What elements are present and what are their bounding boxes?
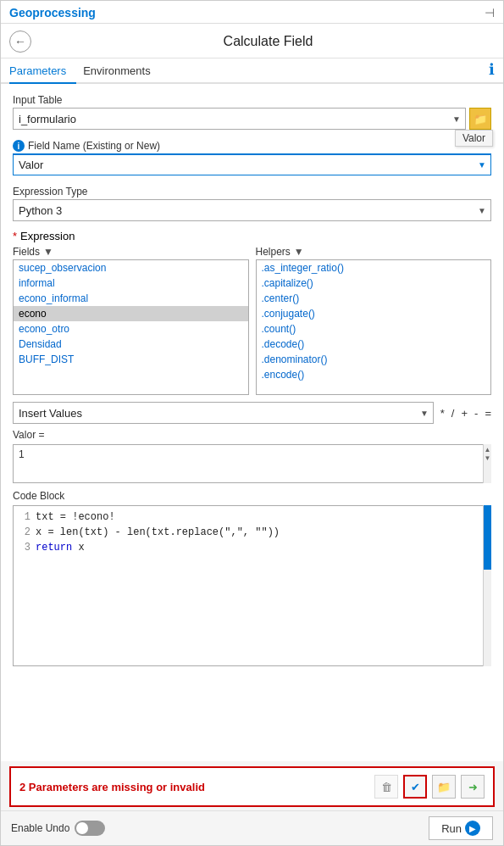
- code-scrollbar-thumb: [484, 505, 491, 570]
- multiply-op[interactable]: *: [440, 407, 445, 420]
- erase-icon: 🗑: [381, 781, 392, 793]
- folder-action-button[interactable]: 📁: [432, 775, 456, 799]
- code-content: x = len(txt) - len(txt.replace(",", "")): [36, 525, 280, 540]
- code-line-2: 2 x = len(txt) - len(txt.replace(",", ""…: [19, 525, 485, 540]
- input-table-label: Input Table: [13, 94, 491, 106]
- value-scroll: ▲ ▼: [483, 444, 491, 483]
- line-num: 2: [19, 525, 30, 540]
- value-label: Valor =: [13, 429, 491, 441]
- header: ← Calculate Field: [1, 24, 503, 58]
- helpers-column-label: Helpers ▼: [256, 246, 492, 258]
- bottom-bar: 2 Parameters are missing or invalid 🗑 ✔ …: [9, 766, 495, 807]
- list-item[interactable]: informal: [14, 276, 248, 291]
- helpers-column: Helpers ▼ .as_integer_ratio() .capitaliz…: [256, 246, 492, 395]
- code-block-section: Code Block 1 txt = !econo! 2 x = len(txt…: [13, 490, 491, 666]
- code-line-1: 1 txt = !econo!: [19, 509, 485, 525]
- list-item-selected[interactable]: econo: [14, 306, 248, 321]
- helpers-filter-icon[interactable]: ▼: [294, 246, 304, 258]
- run-button[interactable]: Run ▶: [429, 816, 493, 840]
- code-scrollbar[interactable]: [483, 505, 491, 666]
- enable-undo-toggle[interactable]: [75, 821, 105, 836]
- field-name-label: i Field Name (Existing or New): [13, 140, 491, 152]
- code-content: txt = !econo!: [36, 509, 115, 525]
- input-table-section: Input Table i_formulario ▼ 📁: [13, 94, 491, 130]
- operators-row: * / + - =: [440, 407, 491, 420]
- tab-parameters[interactable]: Parameters: [9, 58, 76, 84]
- list-item[interactable]: .encode(): [257, 367, 491, 382]
- field-name-select[interactable]: Valor: [13, 153, 491, 175]
- divide-op[interactable]: /: [451, 407, 455, 420]
- code-block-label: Code Block: [13, 490, 491, 502]
- expression-value-box[interactable]: 1: [13, 444, 491, 483]
- erase-button[interactable]: 🗑: [374, 775, 398, 799]
- error-message: 2 Parameters are missing or invalid: [19, 781, 205, 793]
- input-table-folder-button[interactable]: 📁: [469, 108, 491, 130]
- insert-values-select[interactable]: Insert Values: [13, 402, 434, 424]
- input-table-select-wrapper: i_formulario ▼: [13, 108, 466, 130]
- expression-type-select-wrapper: Python 3 ▼: [13, 199, 491, 221]
- form-content: Input Table i_formulario ▼ 📁 i Field Nam…: [1, 84, 503, 761]
- value-box-container: 1 ▲ ▼: [13, 444, 491, 483]
- add-op[interactable]: +: [461, 407, 468, 420]
- list-item[interactable]: .conjugate(): [257, 306, 491, 321]
- expression-type-select[interactable]: Python 3: [13, 199, 491, 221]
- input-table-select[interactable]: i_formulario: [13, 108, 466, 130]
- fields-helpers-row: Fields ▼ sucep_observacion informal econ…: [13, 246, 491, 395]
- line-num: 1: [19, 509, 30, 525]
- list-item[interactable]: .denominator(): [257, 352, 491, 367]
- list-item[interactable]: .as_integer_ratio(): [257, 260, 491, 276]
- info-icon: i: [13, 140, 25, 152]
- scroll-up-icon[interactable]: ▲: [485, 446, 491, 453]
- arrow-button[interactable]: ➜: [461, 775, 485, 799]
- list-item[interactable]: BUFF_DIST: [14, 352, 248, 367]
- field-name-row: Valor Valor ▼: [13, 153, 491, 175]
- back-arrow-icon: ←: [14, 35, 26, 48]
- list-item[interactable]: econo_otro: [14, 321, 248, 337]
- helpers-list-box[interactable]: .as_integer_ratio() .capitalize() .cente…: [256, 259, 492, 395]
- fields-column-label: Fields ▼: [13, 246, 249, 258]
- code-line-3: 3 return x: [19, 540, 485, 555]
- expression-type-label: Expression Type: [13, 186, 491, 198]
- input-table-row: i_formulario ▼ 📁: [13, 108, 491, 130]
- code-box-container: 1 txt = !econo! 2 x = len(txt) - len(txt…: [13, 505, 491, 666]
- expression-value-content: 1: [19, 448, 485, 460]
- code-content: return x: [36, 540, 85, 555]
- fields-list-box[interactable]: sucep_observacion informal econo_informa…: [13, 259, 249, 395]
- expression-header: * Expression: [13, 230, 491, 242]
- fields-filter-icon[interactable]: ▼: [43, 246, 53, 258]
- list-item[interactable]: .count(): [257, 321, 491, 337]
- run-label: Run: [441, 822, 462, 835]
- folder-icon: 📁: [474, 113, 487, 125]
- arrow-icon: ➜: [468, 781, 478, 793]
- field-name-section: i Field Name (Existing or New) Valor Val…: [13, 140, 491, 175]
- back-button[interactable]: ←: [9, 31, 31, 53]
- code-box[interactable]: 1 txt = !econo! 2 x = len(txt) - len(txt…: [13, 505, 491, 666]
- tab-info-indicator: ℹ: [489, 60, 495, 82]
- pin-icon[interactable]: ⊣: [485, 6, 495, 19]
- insert-values-wrapper: Insert Values ▼: [13, 402, 434, 424]
- app-title: Geoprocessing: [9, 6, 96, 19]
- list-item[interactable]: .center(): [257, 291, 491, 306]
- list-item[interactable]: econo_informal: [14, 291, 248, 306]
- expression-type-section: Expression Type Python 3 ▼: [13, 186, 491, 221]
- list-item[interactable]: .decode(): [257, 337, 491, 352]
- fields-column: Fields ▼ sucep_observacion informal econ…: [13, 246, 249, 395]
- check-button[interactable]: ✔: [403, 775, 427, 799]
- tabs-row: Parameters Environments ℹ: [1, 58, 503, 84]
- equals-op[interactable]: =: [485, 407, 491, 420]
- list-item[interactable]: sucep_observacion: [14, 260, 248, 276]
- list-item[interactable]: .capitalize(): [257, 276, 491, 291]
- title-bar: Geoprocessing ⊣: [1, 1, 503, 24]
- expression-section: * Expression Fields ▼ sucep_observacion …: [13, 230, 491, 483]
- tab-environments[interactable]: Environments: [83, 58, 160, 84]
- bottom-actions: 🗑 ✔ 📁 ➜: [374, 775, 485, 799]
- subtract-op[interactable]: -: [474, 407, 478, 420]
- enable-undo-label: Enable Undo: [11, 822, 69, 834]
- field-name-wrapper: Valor Valor ▼: [13, 153, 491, 175]
- check-icon: ✔: [411, 781, 420, 793]
- line-num: 3: [19, 540, 30, 555]
- list-item[interactable]: Densidad: [14, 337, 248, 352]
- scroll-down-icon[interactable]: ▼: [485, 454, 491, 461]
- expression-label: Expression: [20, 230, 75, 242]
- insert-operators-row: Insert Values ▼ * / + - =: [13, 402, 491, 424]
